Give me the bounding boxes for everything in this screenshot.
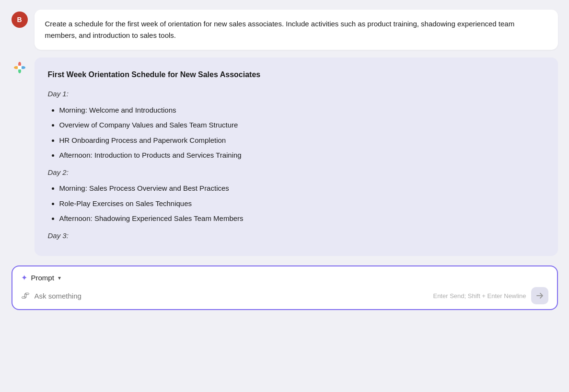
list-item: Morning: Welcome and Introductions [59,104,545,116]
ask-input[interactable] [35,292,429,300]
list-item: Afternoon: Introduction to Products and … [59,149,545,161]
response-title: First Week Orientation Schedule for New … [48,68,545,81]
list-item: HR Onboarding Process and Paperwork Comp… [59,134,545,147]
ai-response-row: First Week Orientation Schedule for New … [12,58,558,256]
input-hint: Enter Send; Shift + Enter Newline [433,292,526,300]
sparkle-icon: ✦ [21,273,27,282]
list-item: Morning: Sales Process Overview and Best… [59,182,545,195]
day-3-label: Day 3: [48,230,545,242]
list-item: Afternoon: Shadowing Experienced Sales T… [59,212,545,225]
ai-avatar [12,59,28,76]
input-top-bar: ✦ Prompt ▾ [21,273,548,282]
day-1-label: Day 1: [48,88,545,100]
day-2-list: Morning: Sales Process Overview and Best… [48,182,545,225]
user-message-bubble: Create a schedule for the first week of … [35,10,558,50]
list-item: Role-Play Exercises on Sales Techniques [59,197,545,210]
user-message-text: Create a schedule for the first week of … [45,20,515,39]
input-bottom-bar: 🖇 Enter Send; Shift + Enter Newline [21,287,548,304]
avatar: B [12,12,28,28]
send-button[interactable] [531,287,548,304]
input-container: ✦ Prompt ▾ 🖇 Enter Send; Shift + Enter N… [12,265,558,310]
send-icon [536,292,544,300]
day-1-list: Morning: Welcome and Introductions Overv… [48,104,545,161]
main-container: B Create a schedule for the first week o… [12,10,558,310]
svg-point-5 [18,66,22,69]
chevron-down-icon[interactable]: ▾ [58,275,61,281]
ai-response-bubble: First Week Orientation Schedule for New … [35,58,558,256]
attach-icon[interactable]: 🖇 [21,291,30,301]
list-item: Overview of Company Values and Sales Tea… [59,119,545,131]
ai-logo-icon [12,60,27,75]
user-message-row: B Create a schedule for the first week o… [12,10,558,50]
day-2-label: Day 2: [48,166,545,179]
prompt-label: Prompt [31,274,54,282]
